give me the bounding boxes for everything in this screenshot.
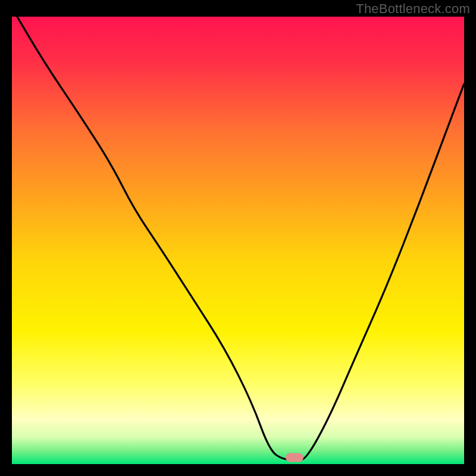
plot-area xyxy=(12,17,464,464)
optimal-point-marker xyxy=(286,453,303,462)
bottleneck-curve xyxy=(12,17,464,464)
chart-frame: TheBottleneck.com xyxy=(0,0,476,476)
watermark-text: TheBottleneck.com xyxy=(356,1,470,17)
